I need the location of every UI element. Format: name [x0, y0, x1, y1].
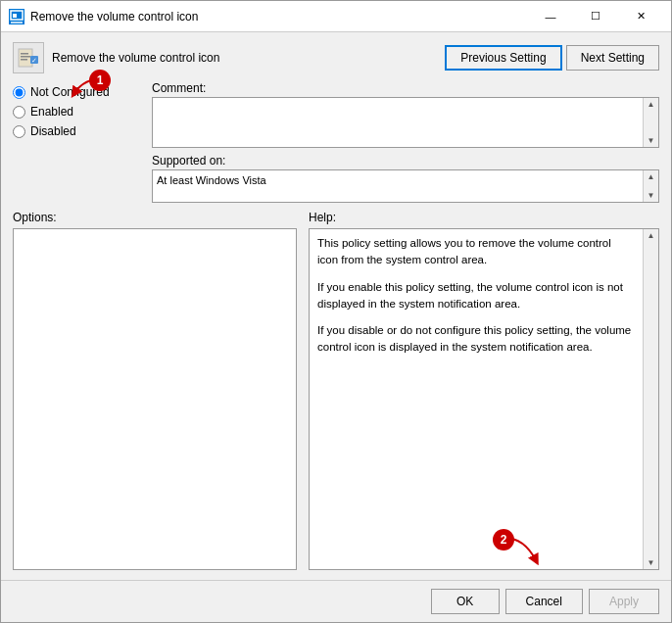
options-pane: Options: [13, 211, 297, 570]
policy-icon: ✓ [13, 42, 44, 73]
window-controls: — ☐ ✕ [528, 1, 663, 32]
previous-setting-button[interactable]: Previous Setting [445, 45, 561, 71]
scroll-up-icon[interactable]: ▲ [648, 100, 655, 109]
supported-section: Supported on: At least Windows Vista ▲ ▼ [152, 154, 659, 203]
svg-rect-3 [19, 49, 32, 67]
window-icon [9, 9, 24, 24]
enabled-label[interactable]: Enabled [30, 105, 73, 119]
svg-rect-4 [21, 53, 28, 55]
comment-scrollbar: ▲ ▼ [643, 98, 658, 147]
header-row: ✓ Remove the volume control icon Previou… [13, 42, 659, 73]
help-label: Help: [309, 211, 659, 224]
not-configured-label[interactable]: Not Configured [30, 85, 110, 99]
header-buttons: Previous Setting Next Setting [445, 45, 659, 71]
options-label: Options: [13, 211, 297, 224]
disabled-radio[interactable] [13, 125, 25, 138]
header-left: ✓ Remove the volume control icon [13, 42, 219, 73]
middle-row: Options: Help: This policy setting allow… [13, 211, 659, 570]
comment-input-container: ▲ ▼ [152, 97, 659, 148]
ok-button[interactable]: OK [431, 589, 500, 614]
radio-group: Not Configured Enabled Disabled [13, 81, 140, 203]
footer: 2 OK Cancel Apply [1, 580, 671, 622]
close-button[interactable]: ✕ [618, 1, 663, 32]
minimize-button[interactable]: — [528, 1, 573, 32]
main-window: Remove the volume control icon — ☐ ✕ ✓ [0, 0, 672, 623]
svg-rect-6 [21, 59, 27, 61]
help-box-container: This policy setting allows you to remove… [309, 228, 659, 570]
next-setting-button[interactable]: Next Setting [566, 45, 659, 71]
svg-text:✓: ✓ [31, 57, 37, 64]
cancel-button[interactable]: Cancel [505, 589, 583, 614]
apply-button[interactable]: Apply [589, 589, 659, 614]
disabled-option[interactable]: Disabled [13, 124, 140, 138]
scroll-up-icon-2[interactable]: ▲ [648, 172, 655, 181]
supported-scrollbar: ▲ ▼ [643, 170, 658, 202]
options-box [13, 228, 297, 570]
comment-label: Comment: [152, 81, 659, 95]
supported-label: Supported on: [152, 154, 659, 168]
supported-box-container: At least Windows Vista ▲ ▼ [152, 169, 659, 203]
policy-header-title: Remove the volume control icon [52, 51, 219, 65]
scroll-down-icon[interactable]: ▼ [648, 136, 655, 145]
maximize-button[interactable]: ☐ [573, 1, 618, 32]
supported-value: At least Windows Vista [153, 170, 643, 202]
help-scrollbar: ▲ ▼ [643, 229, 658, 569]
svg-rect-1 [13, 14, 17, 18]
help-para-3: If you disable or do not configure this … [317, 322, 635, 357]
content-area: ✓ Remove the volume control icon Previou… [1, 32, 671, 580]
title-bar: Remove the volume control icon — ☐ ✕ [1, 1, 671, 32]
svg-rect-5 [21, 56, 30, 58]
window-title: Remove the volume control icon [30, 10, 528, 24]
help-para-1: This policy setting allows you to remove… [317, 235, 635, 269]
help-scroll-up-icon[interactable]: ▲ [648, 231, 655, 240]
enabled-radio[interactable] [13, 106, 25, 119]
not-configured-option[interactable]: Not Configured [13, 85, 140, 99]
help-content: This policy setting allows you to remove… [310, 229, 643, 569]
disabled-label[interactable]: Disabled [30, 124, 76, 138]
scroll-down-icon-2[interactable]: ▼ [648, 191, 655, 200]
help-scroll-down-icon[interactable]: ▼ [648, 558, 655, 567]
not-configured-radio[interactable] [13, 86, 25, 99]
help-pane: Help: This policy setting allows you to … [309, 211, 659, 570]
enabled-option[interactable]: Enabled [13, 105, 140, 119]
help-para-2: If you enable this policy setting, the v… [317, 279, 635, 313]
comment-section: Comment: ▲ ▼ [152, 81, 659, 148]
comment-input[interactable] [153, 98, 643, 145]
